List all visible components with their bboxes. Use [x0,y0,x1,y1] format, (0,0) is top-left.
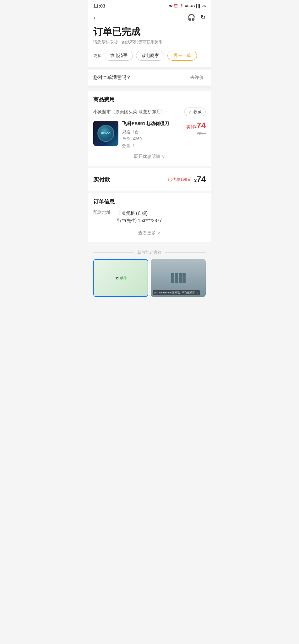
location-icon: 📍 [179,4,184,8]
expand-discount-row[interactable]: 展开优惠明细 ∨ [93,149,206,161]
product-image: FLYCO [93,121,118,146]
nav-right-icons: 🎧 ↻ [188,14,206,21]
recommend-line-left [93,253,134,253]
product-info: 飞科FS891电动剃须刀 规格: 1台 单价: ¥269 数量: 1 [122,121,182,149]
product-cost-card: 商品费用 小象超市（原美团买菜-联想桥东店） › ☆ 收藏 FLYCO 飞科FS… [88,91,211,166]
product-spec: 规格: 1台 [122,129,182,136]
view-more-row[interactable]: 查看更多 ∨ [93,227,206,237]
expand-label: 展开优惠明细 [134,154,160,159]
rec-img-1: 🐄 犊牛 [94,260,148,296]
header-section: 订单已完成 请您尽快取货，如找不到货可联系骑手 更多 致电骑手 致电商家 再来一… [88,24,211,67]
recommend-grid: 🐄 犊牛 [v1.xianbao.net 新潮 [93,259,206,297]
rating-link[interactable]: 去评价 › [190,75,206,80]
rating-question: 您对本单满意吗？ [93,75,131,80]
rating-row: 您对本单满意吗？ 去评价 › [88,69,211,86]
section-divider-1 [88,67,211,69]
rec-logo-1: 🐄 犊牛 [115,276,127,280]
product-row: FLYCO 飞科FS891电动剃须刀 规格: 1台 单价: ¥269 数量: 1… [93,121,206,149]
product-image-inner: FLYCO [97,125,114,142]
collect-button[interactable]: ☆ 收藏 [184,108,206,116]
actual-price-num: 74 [197,121,206,130]
signal-text: 4G 4G ▌▌ 76 [185,4,206,8]
store-name-text: 小象超市（原美团买菜-联想桥东店） [93,109,165,115]
address-line2: 行**(先生) 153****2877 [117,217,162,224]
order-info-section: 订单信息 配送地址 丰巢货柜 (自提) 行**(先生) 153****2877 … [88,193,211,242]
payment-label: 实付款 [93,176,110,183]
rec-img-2: [v1.xianbao.net 新潮吧，有你更精彩！] [151,259,206,297]
payment-right: 已优惠198元 ¥74 [168,175,206,184]
payment-amount-num: 74 [197,175,206,184]
actual-price-label: 实付¥ [186,125,197,129]
address-row: 配送地址 丰巢货柜 (自提) 行**(先生) 153****2877 [93,210,206,224]
payment-section: 实付款 已优惠198元 ¥74 [88,168,211,191]
rating-link-text: 去评价 [190,75,204,80]
view-more-label: 查看更多 [138,230,156,235]
alarm-icon: ⏰ [174,4,178,8]
product-unit-price: 单价: ¥269 [122,136,182,142]
rec-badge-2: [v1.xianbao.net 新潮吧，有你更精彩！] [153,290,200,295]
order-title: 订单已完成 [93,26,206,37]
recommend-item-2[interactable]: [v1.xianbao.net 新潮吧，有你更精彩！] [151,259,206,297]
discount-badge: 已优惠198元 [168,177,191,182]
collect-label: 收藏 [193,109,202,115]
status-bar: 11:03 👁 ⏰ 📍 4G 4G ▌▌ 76 [88,0,211,10]
section-divider-2 [88,86,211,88]
eye-icon: 👁 [169,4,172,8]
product-name: 飞科FS891电动剃须刀 [122,121,182,127]
payment-amount: ¥74 [194,175,206,184]
more-label: 更多 [93,53,101,58]
address-value: 丰巢货柜 (自提) 行**(先生) 153****2877 [117,210,162,224]
product-section-title: 商品费用 [93,96,206,103]
address-line1: 丰巢货柜 (自提) [117,210,162,217]
order-info-title: 订单信息 [93,198,206,205]
recommend-line-right [165,253,206,253]
top-nav: ‹ 🎧 ↻ [88,10,211,24]
address-label: 配送地址 [93,210,112,224]
product-price-col: 实付¥74 ¥269 [186,121,206,136]
original-price: ¥269 [186,131,206,136]
expand-icon: ∨ [161,154,165,159]
call-merchant-button[interactable]: 致电商家 [136,51,164,61]
actual-price-row: 实付¥74 [186,121,206,130]
refresh-icon[interactable]: ↻ [200,14,206,21]
recommend-title-row: 您可能还喜欢 [93,250,206,255]
view-more-icon: ∨ [157,230,161,235]
status-time: 11:03 [93,3,105,8]
store-chevron-icon: › [166,110,168,114]
order-subtitle: 请您尽快取货，如找不到货可联系骑手 [93,39,206,45]
headset-icon[interactable]: 🎧 [188,14,195,21]
star-icon: ☆ [188,110,192,114]
recommendations-section: 您可能还喜欢 🐄 犊牛 [88,245,211,301]
status-icons: 👁 ⏰ 📍 4G 4G ▌▌ 76 [169,4,206,8]
reorder-button[interactable]: 再来一单 [167,51,197,61]
recommend-title: 您可能还喜欢 [137,250,162,255]
rating-chevron: › [204,75,206,80]
product-quantity: 数量: 1 [122,142,182,149]
call-rider-button[interactable]: 致电骑手 [105,51,133,61]
action-row: 更多 致电骑手 致电商家 再来一单 [93,51,206,61]
recommend-item-1[interactable]: 🐄 犊牛 [93,259,148,297]
currency-symbol: ¥ [194,178,197,183]
store-name-row[interactable]: 小象超市（原美团买菜-联想桥东店） › [93,109,168,115]
back-button[interactable]: ‹ [93,14,95,21]
store-row: 小象超市（原美团买菜-联想桥东店） › ☆ 收藏 [93,108,206,116]
product-brand-logo: FLYCO [101,132,111,135]
